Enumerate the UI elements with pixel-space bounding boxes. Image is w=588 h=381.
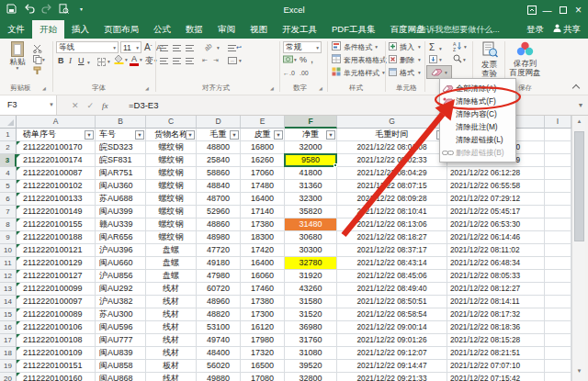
login-button[interactable]: 登录 xyxy=(526,20,544,39)
formula-input[interactable]: =D3-E3 xyxy=(129,95,158,115)
cell-A2[interactable]: 2112220100170 xyxy=(17,141,96,154)
name-box-dropdown-icon[interactable]: ▼ xyxy=(46,95,57,115)
cell-F12[interactable]: 31920 xyxy=(285,270,337,283)
cell-I19[interactable] xyxy=(545,360,571,373)
cell-F13[interactable]: 43260 xyxy=(285,283,337,296)
invoice-check-button[interactable]: 发票 查验 xyxy=(475,41,503,78)
cell-C18[interactable]: 线材 xyxy=(146,347,197,360)
cell-D16[interactable]: 53100 xyxy=(197,321,241,334)
cell-C8[interactable]: 螺纹钢 xyxy=(146,219,197,231)
cell-G16[interactable]: 2021/12/22 09:00:14 xyxy=(337,321,447,334)
cell-D14[interactable]: 48960 xyxy=(197,296,241,308)
tab-5[interactable]: 数据 xyxy=(178,20,210,39)
cell-G10[interactable]: 2021/12/22 08:37:17 xyxy=(337,244,447,257)
cell-E3[interactable]: 16260 xyxy=(241,154,285,167)
cell-B18[interactable]: 闽AU839 xyxy=(96,347,146,360)
cell-A10[interactable]: 2112220100121 xyxy=(17,244,96,257)
cell-G11[interactable]: 2021/12/22 08:43:14 xyxy=(337,257,447,270)
cell-G18[interactable]: 2021/12/22 09:12:07 xyxy=(337,347,447,360)
menu-item-4[interactable]: 清除超链接(L) xyxy=(440,133,515,146)
cell-H19[interactable]: 2021/12/22 07:07:10 xyxy=(447,360,545,373)
cell-C16[interactable]: 线材 xyxy=(146,321,197,334)
menu-item-3[interactable]: 清除批注(M) xyxy=(440,120,515,133)
cell-F1[interactable]: 净重▼ xyxy=(285,129,337,141)
cell-B13[interactable]: 闽AU292 xyxy=(96,283,146,296)
alignment-dialog-launcher-icon[interactable]: ◢ xyxy=(270,85,274,91)
number-dialog-launcher-icon[interactable]: ◢ xyxy=(319,85,322,91)
cell-styles-button[interactable]: 单元格样式▾ xyxy=(332,67,385,78)
cell-A8[interactable]: 2112220100155 xyxy=(17,219,96,231)
menu-item-2[interactable]: 清除内容(C) xyxy=(440,107,515,120)
cell-E11[interactable]: 16400 xyxy=(241,257,285,270)
cell-I17[interactable] xyxy=(545,334,571,347)
row-header-19[interactable]: 19 xyxy=(0,360,17,373)
cell-B14[interactable]: 沪AU382 xyxy=(96,296,146,308)
cell-H7[interactable]: 2021/12/22 05:45:17 xyxy=(447,206,545,219)
cell-I5[interactable] xyxy=(545,180,571,193)
row-header-10[interactable]: 10 xyxy=(0,244,17,257)
cell-B17[interactable]: 闽AU777 xyxy=(96,334,146,347)
cell-B1[interactable]: 车号▼ xyxy=(96,129,146,141)
cell-G5[interactable]: 2021/12/22 08:07:15 xyxy=(337,180,447,193)
decrease-indent-button[interactable]: ⇤ xyxy=(202,55,208,66)
save-to-baidu-button[interactable]: 保存到 百度网盘 xyxy=(506,41,544,77)
borders-button[interactable]: ▾ xyxy=(97,56,110,67)
cell-H18[interactable]: 2021/12/22 08:21:51 xyxy=(447,347,545,360)
cell-F7[interactable]: 35820 xyxy=(285,206,337,219)
cell-I14[interactable] xyxy=(545,296,571,308)
cell-G13[interactable]: 2021/12/22 08:49:40 xyxy=(337,283,447,296)
cell-F18[interactable]: 31080 xyxy=(285,347,337,360)
cell-E14[interactable]: 17380 xyxy=(241,296,285,308)
cell-G14[interactable]: 2021/12/22 08:50:51 xyxy=(337,296,447,308)
cell-C2[interactable]: 螺纹钢 xyxy=(146,141,197,154)
cell-E2[interactable]: 16800 xyxy=(241,141,285,154)
row-header-16[interactable]: 16 xyxy=(0,321,17,334)
cell-H17[interactable]: 2021/12/22 08:15:28 xyxy=(447,334,545,347)
cell-G7[interactable]: 2021/12/22 08:10:41 xyxy=(337,206,447,219)
cell-D2[interactable]: 48800 xyxy=(197,141,241,154)
clipboard-dialog-launcher-icon[interactable]: ◢ xyxy=(42,85,46,91)
cell-I16[interactable] xyxy=(545,321,571,334)
insert-function-icon[interactable]: fx xyxy=(102,101,108,110)
conditional-formatting-button[interactable]: 条件格式▾ xyxy=(332,41,378,52)
row-header-8[interactable]: 8 xyxy=(0,219,17,231)
cancel-icon[interactable]: ✕ xyxy=(72,101,79,110)
column-header-I[interactable]: I xyxy=(545,116,571,129)
cell-I3[interactable] xyxy=(545,154,571,167)
cell-A7[interactable]: 2112220100149 xyxy=(17,206,96,219)
cell-D1[interactable]: 毛重▼ xyxy=(197,129,241,141)
cell-A1[interactable]: 磅单序号▼ xyxy=(17,129,96,141)
font-size-select[interactable]: 11▾ xyxy=(120,41,141,53)
font-name-select[interactable]: 等线▾ xyxy=(56,41,119,53)
underline-dropdown-icon[interactable]: ▾ xyxy=(87,57,90,68)
ribbon-display-options-icon[interactable] xyxy=(524,0,539,20)
cell-H16[interactable]: 2021/12/22 08:18:36 xyxy=(447,321,545,334)
cell-D5[interactable]: 48840 xyxy=(197,180,241,193)
row-header-2[interactable]: 2 xyxy=(0,141,17,154)
fill-handle[interactable] xyxy=(334,163,337,167)
cell-A4[interactable]: 2112220100087 xyxy=(17,167,96,180)
cell-I20[interactable] xyxy=(545,373,571,381)
percent-style-button[interactable]: % xyxy=(300,54,307,65)
orientation-button[interactable]: ab xyxy=(201,40,214,54)
increase-indent-button[interactable]: ⇥ xyxy=(213,55,219,66)
cell-C4[interactable]: 螺纹钢 xyxy=(146,167,197,180)
align-middle-button[interactable] xyxy=(173,42,181,53)
cell-H10[interactable]: 2021/12/22 08:11:02 xyxy=(447,244,545,257)
active-cell-selection[interactable] xyxy=(284,153,337,167)
column-header-E[interactable]: E xyxy=(241,116,285,129)
cell-G20[interactable]: 2021/12/22 09:21:33 xyxy=(337,373,447,381)
cell-E9[interactable]: 18300 xyxy=(241,231,285,244)
format-cells-button[interactable]: 格式▾ xyxy=(389,67,421,78)
column-header-B[interactable]: B xyxy=(96,116,146,129)
collapse-ribbon-icon[interactable] xyxy=(573,83,579,94)
fill-color-button[interactable]: ▾ xyxy=(114,54,128,65)
accounting-format-button[interactable]: ▾ xyxy=(283,54,297,65)
delete-cells-button[interactable]: 删除▾ xyxy=(389,54,421,65)
cell-B3[interactable]: 皖SF831 xyxy=(96,154,146,167)
cell-H14[interactable]: 2021/12/22 08:14:11 xyxy=(447,296,545,308)
comma-style-button[interactable]: , xyxy=(311,53,313,64)
row-header-13[interactable]: 13 xyxy=(0,283,17,296)
cell-A20[interactable]: 2112220100160 xyxy=(17,373,96,381)
italic-button[interactable]: I xyxy=(69,55,72,66)
